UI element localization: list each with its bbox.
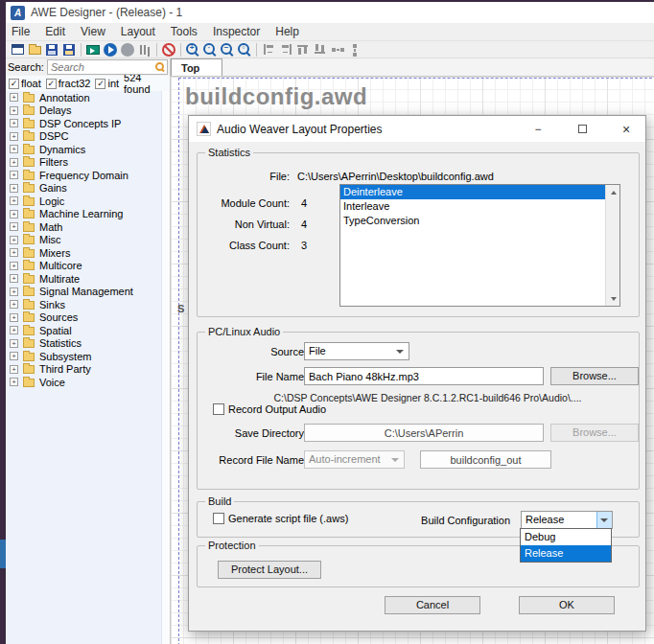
align-left-icon[interactable]: [260, 41, 277, 58]
expand-plus-icon[interactable]: [10, 236, 18, 244]
class-list-scrollbar[interactable]: [605, 185, 619, 306]
tree-item[interactable]: Sources: [6, 311, 160, 325]
menu-item[interactable]: Edit: [37, 23, 73, 40]
fract32-checkbox[interactable]: [46, 79, 57, 89]
file-name-input[interactable]: [304, 367, 544, 385]
tree-item[interactable]: Math: [6, 220, 160, 234]
tree-item[interactable]: Multirate: [6, 272, 160, 286]
align-bottom-icon[interactable]: [312, 41, 329, 58]
expand-plus-icon[interactable]: [10, 210, 18, 218]
tree-item[interactable]: Filters: [6, 156, 160, 170]
expand-plus-icon[interactable]: [10, 339, 18, 348]
dialog-titlebar[interactable]: Audio Weaver Layout Properties − ×: [189, 116, 645, 142]
scroll-down-icon[interactable]: [606, 291, 620, 306]
search-input[interactable]: [47, 59, 168, 75]
menu-item[interactable]: View: [73, 23, 113, 40]
tree-item[interactable]: Spatial: [6, 324, 160, 337]
menu-item[interactable]: Help: [268, 23, 307, 40]
expand-plus-icon[interactable]: [10, 274, 18, 283]
save-icon[interactable]: [43, 41, 60, 58]
build-config-combo[interactable]: Release: [521, 511, 613, 529]
class-list-item[interactable]: Interleave: [340, 199, 605, 214]
dialog-minimize-button[interactable]: −: [519, 116, 557, 142]
menu-item[interactable]: Tools: [163, 23, 205, 40]
tree-item[interactable]: Voice: [6, 376, 160, 389]
expand-plus-icon[interactable]: [10, 262, 18, 270]
expand-plus-icon[interactable]: [10, 119, 18, 127]
dropdown-option[interactable]: Release: [521, 545, 611, 562]
dropdown-option[interactable]: Debug: [521, 529, 611, 545]
tree-item[interactable]: Annotation: [6, 91, 160, 104]
expand-plus-icon[interactable]: [10, 352, 18, 360]
cancel-button[interactable]: Cancel: [385, 596, 480, 614]
distribute-vertical-icon[interactable]: [346, 41, 363, 58]
expand-plus-icon[interactable]: [10, 132, 18, 141]
zoom-fit-icon[interactable]: ▫: [236, 41, 253, 58]
save-directory-field[interactable]: [304, 424, 544, 442]
tree-item[interactable]: DSPC: [6, 130, 160, 144]
expand-plus-icon[interactable]: [10, 378, 18, 386]
filter-int[interactable]: int: [95, 78, 119, 89]
build-layout-icon[interactable]: [84, 41, 102, 58]
expand-plus-icon[interactable]: [10, 106, 18, 115]
expand-plus-icon[interactable]: [10, 196, 18, 205]
expand-plus-icon[interactable]: [10, 248, 18, 257]
filter-fract32[interactable]: fract32: [46, 78, 91, 89]
tree-item[interactable]: DSP Concepts IP: [6, 117, 160, 130]
profile-icon[interactable]: [136, 41, 153, 58]
menu-item[interactable]: File: [6, 23, 37, 40]
tab-top[interactable]: Top: [171, 58, 222, 76]
float-checkbox[interactable]: [9, 79, 19, 89]
source-combo[interactable]: File: [304, 342, 409, 360]
expand-plus-icon[interactable]: [10, 93, 18, 102]
tree-item[interactable]: Sinks: [6, 298, 160, 311]
dialog-maximize-button[interactable]: [563, 116, 601, 142]
filter-float[interactable]: float: [9, 78, 41, 89]
menu-item[interactable]: Inspector: [205, 23, 268, 40]
tree-item[interactable]: Logic: [6, 195, 160, 208]
zoom-reset-icon[interactable]: ·: [201, 41, 219, 58]
expand-plus-icon[interactable]: [10, 158, 18, 167]
tree-item[interactable]: Machine Learning: [6, 208, 160, 221]
int-checkbox[interactable]: [95, 79, 105, 89]
record-file-name-field[interactable]: [420, 450, 551, 469]
menu-item[interactable]: Layout: [113, 23, 163, 40]
search-magnifier-icon[interactable]: [155, 62, 165, 72]
ok-button[interactable]: OK: [519, 596, 615, 614]
align-top-icon[interactable]: [294, 41, 312, 58]
zoom-out-icon[interactable]: −: [219, 41, 236, 58]
expand-plus-icon[interactable]: [10, 313, 18, 322]
tree-item[interactable]: Mixers: [6, 246, 160, 260]
tree-item[interactable]: Multicore: [6, 260, 160, 273]
expand-plus-icon[interactable]: [10, 222, 18, 231]
tree-item[interactable]: Third Party: [6, 363, 160, 377]
class-list-item[interactable]: TypeConversion: [340, 214, 605, 228]
dialog-close-button[interactable]: ×: [607, 116, 645, 142]
scroll-up-icon[interactable]: [606, 185, 620, 199]
browse-save-dir-button[interactable]: Browse...: [550, 424, 639, 442]
tree-item[interactable]: Misc: [6, 234, 160, 247]
browse-button[interactable]: Browse...: [550, 367, 639, 385]
expand-plus-icon[interactable]: [10, 326, 18, 334]
protect-layout-button[interactable]: Protect Layout...: [218, 561, 321, 579]
generate-script-checkbox[interactable]: [213, 513, 224, 524]
open-folder-icon[interactable]: [26, 41, 43, 58]
expand-plus-icon[interactable]: [10, 300, 18, 309]
tree-item[interactable]: Dynamics: [6, 143, 160, 156]
distribute-horizontal-icon[interactable]: [329, 41, 346, 58]
tree-item[interactable]: Signal Management: [6, 286, 160, 299]
tree-item[interactable]: Delays: [6, 104, 160, 118]
save-as-icon[interactable]: [60, 41, 78, 58]
expand-plus-icon[interactable]: [10, 365, 18, 374]
align-right-icon[interactable]: [277, 41, 294, 58]
disconnect-icon[interactable]: [160, 41, 177, 58]
record-output-checkbox[interactable]: [213, 403, 224, 415]
record-mode-combo[interactable]: Auto-increment: [304, 450, 405, 469]
record-output-row[interactable]: Record Output Audio: [213, 403, 326, 415]
expand-plus-icon[interactable]: [10, 184, 18, 193]
tree-item[interactable]: Gains: [6, 182, 160, 196]
zoom-in-icon[interactable]: +: [184, 41, 201, 58]
new-window-icon[interactable]: [9, 41, 26, 58]
expand-plus-icon[interactable]: [10, 288, 18, 296]
class-list-item[interactable]: Deinterleave: [340, 185, 605, 199]
